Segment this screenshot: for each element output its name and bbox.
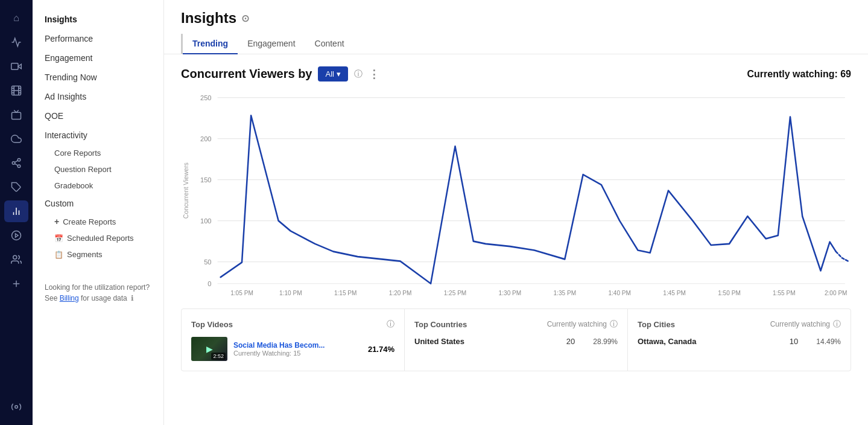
svg-marker-21	[16, 234, 19, 237]
page-title: Insights ⊙	[181, 10, 851, 27]
svg-text:200: 200	[200, 135, 212, 142]
sidebar-item-insights[interactable]: Insights	[33, 10, 163, 29]
main-content: Insights ⊙ Trending Engagement Content C…	[164, 0, 868, 425]
billing-link[interactable]: Billing	[60, 294, 79, 302]
all-filter-button[interactable]: All ▾	[318, 66, 347, 81]
video-title[interactable]: Social Media Has Becom...	[233, 341, 362, 350]
play-circle-icon[interactable]	[4, 225, 28, 246]
plus-small-icon: +	[54, 217, 59, 226]
sidebar-item-ad-insights[interactable]: Ad Insights	[33, 87, 163, 106]
top-countries-col-header: Currently watching	[547, 320, 607, 328]
cities-row: Ottawa, Canada 10 14.49%	[638, 337, 841, 346]
cloud-icon[interactable]	[4, 128, 28, 150]
city-pct: 14.49%	[816, 337, 841, 346]
currently-watching: Currently watching: 69	[747, 69, 851, 80]
city-count: 10	[790, 337, 798, 346]
top-cities-col-header: Currently watching	[770, 320, 830, 328]
plus-icon[interactable]	[4, 273, 28, 295]
svg-text:2:00 PM: 2:00 PM	[825, 290, 847, 296]
city-name: Ottawa, Canada	[638, 337, 697, 346]
video-icon[interactable]	[4, 56, 28, 77]
video-percentage: 21.74%	[368, 345, 394, 354]
chevron-down-icon: ▾	[337, 69, 341, 78]
sidebar-sub-item-segments[interactable]: 📋 Segments	[33, 246, 163, 263]
concurrent-viewers-chart: 250 200 150 100 50 0 Concurrent Viewers …	[181, 91, 851, 296]
svg-text:Concurrent Viewers: Concurrent Viewers	[183, 162, 189, 219]
home-icon[interactable]: ⌂	[4, 7, 28, 29]
video-thumbnail[interactable]: ▶ 2:52	[191, 337, 227, 361]
sidebar-sub-item-question-report[interactable]: Question Report	[33, 161, 163, 177]
svg-point-12	[12, 162, 15, 165]
activity-icon[interactable]	[4, 31, 28, 53]
top-videos-title: Top Videos	[191, 320, 233, 329]
film-icon[interactable]	[4, 80, 28, 101]
sidebar-sub-item-core-reports[interactable]: Core Reports	[33, 145, 163, 161]
country-count: 20	[566, 337, 575, 346]
more-options-icon[interactable]: ⋮	[369, 68, 380, 81]
tv-icon[interactable]	[4, 104, 28, 126]
svg-rect-10	[12, 112, 21, 119]
sidebar-footer: Looking for the utilization report? See …	[33, 275, 163, 311]
svg-text:1:40 PM: 1:40 PM	[608, 290, 631, 296]
svg-point-25	[15, 406, 18, 409]
video-sub: Currently Watching: 15	[233, 350, 362, 357]
settings-icon[interactable]	[4, 396, 28, 418]
icon-bar: ⌂	[0, 0, 33, 425]
top-countries-title: Top Countries	[414, 320, 467, 329]
sidebar-item-custom[interactable]: Custom	[33, 194, 163, 213]
top-videos-header: Top Videos ⓘ	[191, 319, 394, 330]
tabs: Trending Engagement Content	[181, 34, 354, 54]
sidebar-item-qoe[interactable]: QOE	[33, 106, 163, 126]
sidebar-item-interactivity[interactable]: Interactivity	[33, 126, 163, 145]
svg-text:1:25 PM: 1:25 PM	[444, 290, 467, 296]
svg-text:100: 100	[200, 217, 212, 225]
svg-point-22	[13, 255, 17, 259]
tab-content[interactable]: Content	[305, 34, 354, 54]
analytics-icon[interactable]	[4, 200, 28, 222]
chart-info-icon[interactable]: ⓘ	[354, 69, 363, 80]
sidebar-item-trending-now[interactable]: Trending Now	[33, 68, 163, 87]
top-cities-header: Top Cities Currently watching ⓘ	[638, 319, 841, 330]
top-cities-info-icon[interactable]: ⓘ	[833, 319, 841, 330]
svg-point-13	[17, 165, 21, 168]
clock-icon: ⊙	[241, 13, 249, 24]
chart-title-group: Concurrent Viewers by All ▾ ⓘ ⋮	[181, 66, 380, 81]
svg-text:1:50 PM: 1:50 PM	[718, 290, 741, 296]
top-countries-header: Top Countries Currently watching ⓘ	[414, 319, 618, 330]
svg-line-14	[14, 164, 17, 165]
tab-trending[interactable]: Trending	[183, 34, 238, 54]
sidebar-sub-item-scheduled-reports[interactable]: 📅 Scheduled Reports	[33, 230, 163, 246]
svg-text:1:35 PM: 1:35 PM	[553, 290, 576, 296]
svg-point-11	[17, 159, 21, 162]
chart-header: Concurrent Viewers by All ▾ ⓘ ⋮ Currentl…	[181, 66, 851, 81]
sidebar-item-performance[interactable]: Performance	[33, 29, 163, 48]
footer-info-icon: ℹ	[131, 294, 134, 302]
chart-container: 250 200 150 100 50 0 Concurrent Viewers …	[181, 91, 851, 296]
clipboard-icon: 📋	[54, 251, 63, 259]
svg-point-20	[12, 231, 21, 240]
svg-text:1:20 PM: 1:20 PM	[389, 290, 412, 296]
calendar-icon: 📅	[54, 234, 63, 243]
country-name: United States	[414, 337, 464, 346]
users-icon[interactable]	[4, 249, 28, 270]
svg-text:1:45 PM: 1:45 PM	[663, 290, 686, 296]
countries-row: United States 20 28.99%	[414, 337, 618, 346]
content-area: Concurrent Viewers by All ▾ ⓘ ⋮ Currentl…	[164, 54, 868, 425]
sidebar-sub-item-gradebook[interactable]: Gradebook	[33, 177, 163, 194]
svg-text:150: 150	[200, 176, 212, 184]
video-row: ▶ 2:52 Social Media Has Becom... Current…	[191, 337, 394, 361]
top-countries-info-icon[interactable]: ⓘ	[610, 319, 618, 330]
chart-title: Concurrent Viewers by	[181, 67, 312, 81]
top-cities-title: Top Cities	[638, 320, 675, 329]
main-header: Insights ⊙ Trending Engagement Content	[164, 0, 868, 54]
tag-icon[interactable]	[4, 176, 28, 198]
sidebar-item-engagement[interactable]: Engagement	[33, 48, 163, 68]
svg-text:0: 0	[207, 280, 211, 287]
tab-engagement[interactable]: Engagement	[238, 34, 305, 54]
top-cities-card: Top Cities Currently watching ⓘ Ottawa, …	[628, 309, 851, 371]
svg-rect-1	[11, 63, 18, 70]
top-videos-info-icon[interactable]: ⓘ	[387, 319, 394, 330]
sidebar-sub-item-create-reports[interactable]: + Create Reports	[33, 213, 163, 230]
svg-text:1:30 PM: 1:30 PM	[499, 290, 522, 296]
share-icon[interactable]	[4, 152, 28, 174]
